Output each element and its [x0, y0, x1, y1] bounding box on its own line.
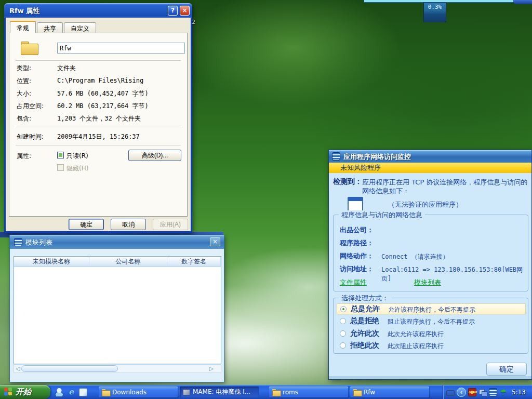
size-value: 57.6 MB (60,452,407 字节) — [57, 89, 149, 98]
desktop-icon-label-fragment: 2 — [192, 19, 195, 25]
network-speed-widget[interactable]: 0.3% — [423, 2, 446, 22]
column-module-name[interactable]: 未知模块名称 — [14, 257, 89, 267]
show-desktop-icon[interactable] — [79, 388, 87, 396]
access-address-value: Local:6112 => 123.180.156.153:80[WEB网页] — [381, 265, 528, 283]
rising-shield-icon — [332, 152, 340, 161]
scrollbar-thumb[interactable] — [21, 365, 118, 372]
hidden-label: 隐藏(H) — [66, 164, 88, 173]
choice-desc: 此次阻止该程序执行 — [388, 342, 444, 351]
quick-launch: e — [55, 387, 87, 397]
module-list-header: 未知模块名称 公司名称 数字签名 — [14, 257, 221, 267]
properties-titlebar[interactable]: Rfw 属性 ? × — [4, 3, 192, 18]
rising-firewall-icon[interactable] — [489, 388, 497, 396]
file-properties-link[interactable]: 文件属性 — [340, 278, 367, 287]
choice-always-deny[interactable]: 总是拒绝 阻止该程序执行，今后不再提示 — [337, 316, 526, 327]
properties-dialog: Rfw 属性 ? × 常规 共享 自定义 类型: 文件夹 位置: C:\Prog… — [4, 3, 192, 233]
tray-clock[interactable]: 5:13 — [512, 389, 526, 396]
mame-tray-icon[interactable]: GAME — [468, 388, 476, 396]
dialog-footer — [329, 376, 531, 379]
readonly-label: 只读(R) — [66, 152, 88, 161]
type-value: 文件夹 — [57, 64, 76, 73]
radio-icon[interactable] — [340, 342, 346, 349]
properties-title: Rfw 属性 — [9, 6, 39, 16]
internet-explorer-icon[interactable]: e — [67, 388, 75, 396]
separator — [16, 60, 181, 61]
risk-banner: 未知风险程序 — [329, 163, 531, 173]
access-address-label: 访问地址： — [340, 264, 374, 274]
system-tray: ‹ GAME ☂ 5:13 — [443, 385, 532, 399]
scroll-right-icon[interactable]: ▷ — [209, 365, 214, 373]
radio-icon[interactable] — [340, 318, 346, 324]
choice-allow-once[interactable]: 允许此次 此次允许该程序执行 — [337, 328, 526, 339]
module-list-table: 未知模块名称 公司名称 数字签名 — [14, 256, 221, 364]
messenger-icon[interactable] — [55, 388, 63, 396]
monitor-ok-button[interactable]: 确定 — [486, 363, 527, 376]
taskbar-button-downloads[interactable]: Downloads — [99, 387, 178, 397]
advanced-button[interactable]: 高级(D)... — [128, 150, 181, 161]
separator — [16, 127, 181, 128]
offscreen-window-corner — [513, 0, 532, 4]
taskbar: 开始 e Downloads MAME: 电神魔傀 I... roms Rfw … — [0, 385, 532, 399]
choice-desc: 阻止该程序执行，今后不再提示 — [388, 317, 475, 326]
monitor-title: 应用程序网络访问监控 — [343, 152, 411, 162]
program-info-group: 程序信息与访问的网络信息 出品公司： 程序路径： 网络动作： Connect （… — [333, 215, 528, 291]
module-list-window: 模块列表 × 未知模块名称 公司名称 数字签名 ◁ ▷ — [9, 235, 224, 382]
close-icon[interactable]: × — [210, 237, 220, 246]
ok-button[interactable]: 确定 — [69, 219, 104, 230]
properties-tab-page: 类型: 文件夹 位置: C:\Program Files\Rising 大小: … — [9, 33, 188, 217]
scroll-left-icon[interactable]: ◁ — [16, 365, 20, 373]
input-method-keyboard-icon[interactable] — [446, 390, 455, 396]
folder-icon — [272, 389, 280, 395]
tab-customize[interactable]: 自定义 — [64, 22, 96, 33]
cancel-button[interactable]: 取消 — [111, 219, 146, 230]
created-label: 创建时间: — [17, 132, 44, 141]
taskbar-button-label: roms — [283, 389, 298, 396]
taskbar-button-label: Downloads — [112, 389, 147, 396]
tab-sharing[interactable]: 共享 — [37, 22, 63, 33]
choice-deny-once[interactable]: 拒绝此次 此次阻止该程序执行 — [337, 340, 526, 351]
rising-umbrella-icon[interactable]: ☂ — [499, 388, 508, 396]
choice-desc: 允许该程序执行，今后不再提示 — [388, 305, 475, 314]
radio-icon[interactable] — [340, 330, 346, 337]
windows-logo-icon — [4, 387, 12, 396]
apply-button[interactable]: 应用(A) — [153, 219, 188, 230]
hide-icons-chevron-icon[interactable]: ‹ — [457, 388, 466, 397]
radio-selected-icon[interactable] — [340, 306, 347, 312]
detected-label: 检测到： — [333, 177, 362, 187]
monitor-titlebar[interactable]: 应用程序网络访问监控 — [329, 150, 531, 163]
taskbar-button-roms[interactable]: roms — [269, 387, 348, 397]
choice-name: 总是拒绝 — [350, 316, 379, 326]
close-icon[interactable]: × — [180, 6, 190, 16]
properties-tabs: 常规 共享 自定义 — [10, 22, 96, 33]
choice-group: 选择处理方式： 总是允许 允许该程序执行，今后不再提示 总是拒绝 阻止该程序执行… — [333, 298, 528, 354]
location-value: C:\Program Files\Rising — [57, 77, 143, 84]
help-button[interactable]: ? — [168, 6, 178, 16]
horizontal-scrollbar[interactable]: ◁ ▷ — [14, 364, 221, 373]
taskbar-button-mame[interactable]: MAME: 电神魔傀 I... — [180, 387, 259, 397]
type-label: 类型: — [17, 64, 31, 73]
choice-desc: 此次允许该程序执行 — [388, 330, 444, 339]
folder-name-input[interactable] — [57, 43, 185, 54]
module-list-titlebar[interactable]: 模块列表 × — [10, 235, 224, 249]
rising-shield-icon — [14, 238, 22, 246]
program-info-group-title: 程序信息与访问的网络信息 — [339, 210, 425, 220]
start-button[interactable]: 开始 — [0, 385, 50, 399]
detected-text: 应用程序正在用 TCP 协议连接网络，程序信息与访问的网络信息如下： — [362, 178, 529, 195]
contains-label: 包含: — [17, 114, 31, 123]
hidden-checkbox[interactable] — [57, 164, 64, 171]
folder-icon — [353, 389, 361, 395]
tab-general[interactable]: 常规 — [10, 21, 36, 33]
module-list-title: 模块列表 — [25, 238, 52, 247]
module-list-link[interactable]: 模块列表 — [414, 278, 441, 287]
taskbar-button-rfw[interactable]: Rfw — [350, 387, 429, 397]
size-on-disk-value: 60.2 MB (63,217,664 字节) — [57, 102, 149, 111]
network-monitors-icon[interactable] — [478, 388, 487, 396]
size-on-disk-label: 占用空间: — [17, 102, 44, 111]
readonly-checkbox[interactable] — [57, 152, 64, 158]
choice-name: 拒绝此次 — [350, 341, 379, 350]
choice-name: 允许此次 — [350, 329, 379, 338]
choice-always-allow[interactable]: 总是允许 允许该程序执行，今后不再提示 — [337, 303, 526, 314]
column-digital-signature[interactable]: 数字签名 — [167, 257, 221, 267]
column-company-name[interactable]: 公司名称 — [89, 257, 167, 267]
network-action-value: Connect （请求连接） — [381, 252, 449, 261]
